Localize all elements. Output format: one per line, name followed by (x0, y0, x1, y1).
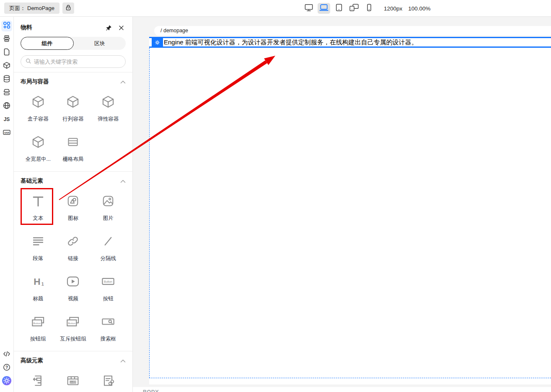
component-item-路由链接[interactable]: 路由链接 (91, 371, 126, 392)
device-desktop-button[interactable] (303, 3, 315, 14)
section-title: 布局与容器 (21, 78, 49, 85)
top-toolbar: 页面： DemoPage 1200px 100.00% (0, 0, 551, 17)
component-item-标题[interactable]: H1 标题 (21, 272, 56, 302)
body-container-outline (149, 48, 551, 378)
i18n-icon (3, 101, 11, 111)
component-item-搜索框[interactable]: 搜索框 (91, 312, 126, 343)
page-canvas[interactable]: Engine 前端可视化设计器，为设计器开发者提供定制服务，在线构建出自己专属的… (149, 37, 551, 384)
component-item-图片[interactable]: 图片 (91, 192, 126, 222)
svg-text:Button: Button (33, 322, 41, 325)
svg-text:路由视图: 路由视图 (69, 381, 77, 384)
svg-text:Button: Button (104, 280, 112, 283)
image-icon (101, 192, 116, 210)
component-label: 视频 (68, 295, 78, 302)
component-item-弹性容器[interactable]: 弹性容器 (91, 93, 126, 123)
rail-item-i18n[interactable] (1, 101, 12, 112)
element-settings-badge[interactable] (152, 38, 163, 46)
component-item-互斥按钮组[interactable]: Button 互斥按钮组 (56, 312, 91, 343)
section: 基础元素 文本 图标 图片 段落 链接 分隔线H1 标题 视频Button 按钮… (14, 171, 132, 351)
component-item-盒子容器[interactable]: 盒子容器 (21, 93, 56, 123)
rail-item-var[interactable]: VAR (1, 128, 12, 139)
canvas-metrics: 1200px 100.00% (384, 5, 431, 12)
component-item-按钮组[interactable]: Button 按钮组 (21, 312, 56, 343)
lock-button[interactable] (62, 3, 74, 14)
device-tablet-button[interactable] (333, 3, 345, 14)
tablet-icon (334, 3, 344, 13)
outline-icon (3, 34, 11, 44)
section-header[interactable]: 高级元素 (21, 357, 126, 364)
rail-item-js[interactable]: JS (1, 114, 12, 125)
page-selector-chip[interactable]: 页面： DemoPage (4, 3, 59, 14)
rail-item-page[interactable] (1, 47, 12, 58)
component-label: 图片 (103, 215, 114, 222)
component-item-分隔线[interactable]: 分隔线 (91, 232, 126, 262)
button-group-icon: Button (30, 312, 46, 331)
component-item-全宽居中...[interactable]: 全宽居中... (21, 133, 56, 163)
paragraph-icon (30, 232, 46, 250)
component-label: 分隔线 (100, 255, 116, 262)
section: 布局与容器 盒子容器 行列容器 弹性容器 全宽居中... 栅格布局 (14, 72, 132, 171)
component-label: 搜索框 (100, 335, 116, 343)
panel-tabs: 组件区块 (21, 37, 126, 50)
component-label: 盒子容器 (28, 116, 49, 123)
device-rotate-button[interactable] (348, 3, 360, 14)
section-header[interactable]: 布局与容器 (21, 78, 126, 85)
canvas-zoom-value: 100.00% (408, 5, 430, 12)
component-item-按钮[interactable]: Button 按钮 (91, 272, 126, 302)
rail-item-bridge[interactable] (1, 88, 12, 98)
rail-item-outline[interactable] (1, 34, 12, 45)
svg-text:H: H (34, 276, 40, 287)
canvas-workspace: / demopage Engine 前端可视化设计器，为设计器开发者提供定制服务… (133, 17, 551, 392)
component-grid: 盒子容器 行列容器 弹性容器 全宽居中... 栅格布局 (21, 93, 126, 169)
cube-icon (100, 93, 116, 111)
section-header[interactable]: 基础元素 (21, 177, 126, 185)
rail-item-box[interactable] (1, 61, 12, 72)
canvas-breadcrumb[interactable]: / demopage (154, 26, 551, 36)
chevron-up-icon (120, 357, 126, 364)
device-preview-group: 1200px 100.00% (303, 0, 431, 17)
page-icon (3, 48, 11, 58)
component-item-视频[interactable]: 视频 (56, 272, 91, 302)
pin-icon[interactable] (104, 23, 113, 32)
tab-blocks[interactable]: 区块 (74, 37, 126, 50)
body-breadcrumb-label[interactable]: BODY (143, 389, 159, 392)
component-label: 链接 (68, 255, 78, 262)
component-item-文本[interactable]: 文本 (21, 192, 56, 222)
component-grid: 插槽路由视图 路由视图 路由链接 (21, 371, 126, 392)
materials-panel: 物料 组件区块 布局与容器 盒子容器 行列容器 弹性容器 全宽居中... 栅格布… (14, 17, 133, 392)
search-input[interactable] (34, 59, 121, 65)
component-item-路由视图[interactable]: 路由视图 路由视图 (56, 371, 91, 392)
component-item-图标[interactable]: 图标 (56, 192, 91, 222)
device-phone-button[interactable] (363, 3, 375, 14)
slot-icon (31, 371, 46, 390)
data-icon (3, 75, 11, 85)
materials-icon (3, 21, 11, 31)
tab-components[interactable]: 组件 (21, 37, 74, 50)
cube-icon (30, 93, 46, 111)
router-view-icon: 路由视图 (65, 371, 80, 390)
rail-item-materials[interactable] (1, 21, 12, 31)
component-item-段落[interactable]: 段落 (21, 232, 56, 262)
rail-item-data[interactable] (1, 74, 12, 85)
cube-icon (65, 93, 81, 111)
rail-item-code[interactable] (1, 349, 12, 360)
chevron-up-icon (120, 78, 126, 85)
grid-icon (66, 133, 80, 151)
component-label: 栅格布局 (62, 156, 83, 163)
selected-text-element[interactable]: Engine 前端可视化设计器，为设计器开发者提供定制服务，在线构建出自己专属的… (149, 37, 551, 48)
component-item-栅格布局[interactable]: 栅格布局 (56, 133, 91, 163)
component-item-行列容器[interactable]: 行列容器 (56, 93, 91, 123)
js-icon: JS (3, 115, 11, 125)
component-item-插槽[interactable]: 插槽 (21, 371, 56, 392)
component-label: 全宽居中... (26, 156, 51, 163)
video-icon (65, 272, 81, 291)
svg-text:JS: JS (4, 116, 10, 122)
lock-icon (65, 4, 72, 13)
divider-icon (101, 232, 116, 250)
device-laptop-button[interactable] (318, 3, 330, 14)
desktop-icon (304, 3, 314, 13)
component-item-链接[interactable]: 链接 (56, 232, 91, 262)
rail-item-settings[interactable] (1, 376, 12, 387)
rail-item-help[interactable]: ? (1, 363, 12, 374)
close-icon[interactable] (116, 23, 126, 32)
